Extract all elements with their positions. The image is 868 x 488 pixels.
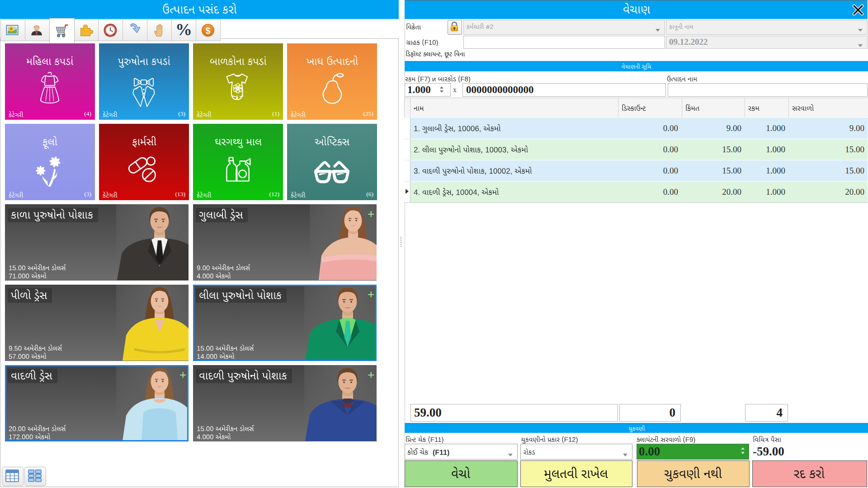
svg-text:$: $: [205, 26, 210, 36]
